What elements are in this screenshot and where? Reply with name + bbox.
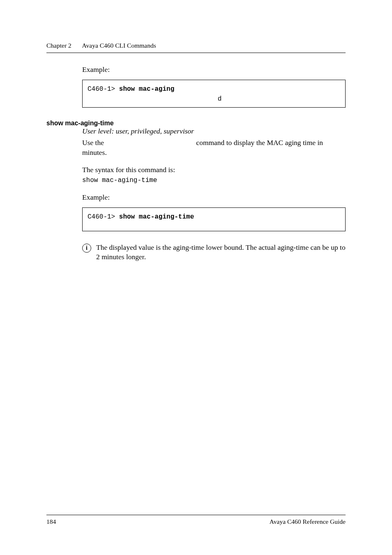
- info-note: i The displayed value is the aging-time …: [82, 243, 346, 262]
- syntax-block: The syntax for this command is: show mac…: [82, 165, 346, 185]
- footer-rule: [46, 515, 346, 515]
- example-label-2: Example:: [82, 193, 346, 203]
- code-output-line: d: [88, 94, 340, 104]
- body-block-2: User level: user, privileged, supervisor…: [82, 127, 346, 262]
- code-prompt: C460-1>: [88, 85, 119, 93]
- code-prompt-2: C460-1>: [88, 213, 119, 221]
- syntax-code: show mac-aging-time: [82, 176, 346, 185]
- page-header: Chapter 2 Avaya C460 CLI Commands: [46, 41, 346, 53]
- chapter-label: Chapter 2: [46, 41, 71, 50]
- code-box-2: C460-1> show mac-aging-time: [82, 207, 346, 231]
- example-label: Example:: [82, 65, 346, 75]
- syntax-label: The syntax for this command is:: [82, 165, 346, 175]
- chapter-title: Avaya C460 CLI Commands: [82, 41, 156, 50]
- body-block-1: Example: C460-1> show mac-aging d: [82, 65, 346, 119]
- code-box-1: C460-1> show mac-aging d: [82, 80, 346, 108]
- code-command-2: show mac-aging-time: [119, 213, 194, 221]
- use-post-text: command to display the MAC aging time in…: [82, 138, 323, 157]
- footer-doc-title: Avaya C460 Reference Guide: [270, 518, 346, 526]
- header-rule: [46, 53, 346, 53]
- code-command: show mac-aging: [119, 85, 174, 93]
- info-icon: i: [82, 244, 91, 253]
- use-paragraph: Use the command to display the MAC aging…: [82, 138, 346, 158]
- user-level-line: User level: user, privileged, supervisor: [82, 127, 346, 136]
- page-footer: 184 Avaya C460 Reference Guide: [46, 515, 346, 526]
- use-pre-text: Use the: [82, 138, 106, 147]
- info-note-text: The displayed value is the aging-time lo…: [96, 243, 346, 262]
- page: Chapter 2 Avaya C460 CLI Commands Exampl…: [0, 0, 392, 555]
- page-number: 184: [46, 518, 56, 526]
